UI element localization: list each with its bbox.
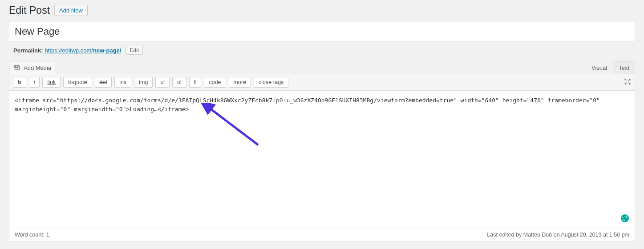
quicktags-toolbar: b i link b-quote del ins img ul ol li co… (9, 74, 635, 91)
content-textarea[interactable] (9, 91, 635, 226)
fullscreen-toggle-button[interactable] (624, 78, 631, 87)
permalink-slug: new-page/ (93, 47, 122, 54)
permalink-base: https://editwp.com/ (45, 47, 93, 54)
post-title-input[interactable] (9, 22, 635, 41)
add-media-button[interactable]: Add Media (9, 61, 56, 74)
qt-li-button[interactable]: li (189, 77, 202, 88)
tab-visual[interactable]: Visual (586, 61, 613, 74)
qt-ol-button[interactable]: ol (172, 77, 186, 88)
last-edited: Last edited by Matteo Duò on August 20, … (487, 232, 629, 238)
media-icon (14, 64, 21, 71)
status-bar: Word count: 1 Last edited by Matteo Duò … (9, 228, 635, 241)
permalink-row: Permalink: https://editwp.com/new-page/ … (9, 41, 635, 61)
editor-box: b i link b-quote del ins img ul ol li co… (9, 74, 635, 242)
save-indicator (621, 214, 629, 222)
qt-code-button[interactable]: code (204, 77, 226, 88)
page-title: Edit Post (9, 4, 50, 16)
tab-text[interactable]: Text (613, 61, 635, 74)
qt-del-button[interactable]: del (95, 77, 112, 88)
svg-point-1 (19, 65, 20, 66)
qt-bold-button[interactable]: b (13, 77, 26, 88)
qt-ins-button[interactable]: ins (114, 77, 131, 88)
refresh-icon (622, 216, 628, 221)
qt-closetags-button[interactable]: close tags (254, 77, 288, 88)
permalink-link[interactable]: https://editwp.com/new-page/ (45, 47, 121, 54)
add-new-button[interactable]: Add New (54, 5, 88, 16)
qt-bquote-button[interactable]: b-quote (63, 77, 92, 88)
qt-link-button[interactable]: link (42, 77, 61, 88)
permalink-label: Permalink: (13, 47, 43, 54)
qt-more-button[interactable]: more (229, 77, 251, 88)
fullscreen-icon (624, 78, 631, 85)
edit-slug-button[interactable]: Edit (126, 46, 143, 55)
qt-italic-button[interactable]: i (29, 77, 40, 88)
qt-img-button[interactable]: img (134, 77, 153, 88)
add-media-label: Add Media (24, 64, 51, 71)
qt-ul-button[interactable]: ul (155, 77, 170, 88)
editor-tabs: Visual Text (586, 61, 635, 74)
word-count: Word count: 1 (15, 232, 49, 238)
